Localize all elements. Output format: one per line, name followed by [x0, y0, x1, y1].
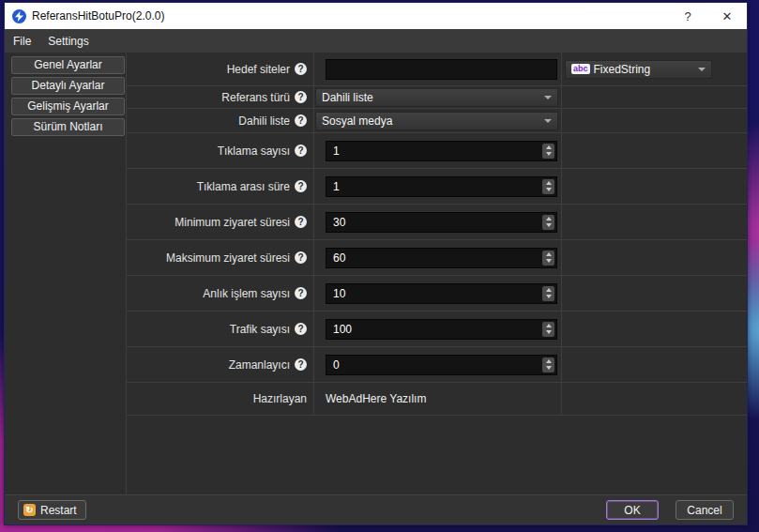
form-row-trafik-sayisi: Trafik sayısı ? 100 [127, 312, 747, 347]
app-window: ReferansHitBotuPro(2.0.0) ? ✕ File Setti… [4, 2, 748, 525]
help-icon[interactable]: ? [295, 180, 307, 192]
field-label: Trafik sayısı [230, 323, 290, 336]
form-filler [127, 416, 747, 494]
dropdown-selected: Sosyal medya [322, 114, 392, 128]
spinner-value: 100 [326, 323, 352, 336]
close-button[interactable]: ✕ [707, 3, 747, 29]
anlik-islem-sayisi-spinner[interactable]: 10 [326, 283, 557, 304]
row-label-cell: Anlık işlem sayısı ? [127, 276, 314, 311]
form-row-maksimum-ziyaret-suresi: Maksimum ziyaret süresi ? 60 [127, 240, 747, 276]
row-control-cell: 30 [314, 205, 562, 239]
restart-button[interactable]: ↻ Restart [18, 500, 86, 520]
cancel-button[interactable]: Cancel [676, 500, 734, 520]
row-control-cell: WebAdHere Yazılım [314, 383, 562, 415]
form-row-minimum-ziyaret-suresi: Minimum ziyaret süresi ? 30 [127, 205, 747, 240]
window-body: Genel Ayarlar Detaylı Ayarlar Gelişmiş A… [5, 53, 747, 494]
field-label: Hedef siteler [227, 63, 290, 76]
help-icon[interactable]: ? [295, 358, 307, 371]
row-label-cell: Dahili liste ? [127, 109, 314, 132]
spinner-buttons [542, 251, 554, 266]
help-icon[interactable]: ? [295, 287, 307, 299]
help-icon[interactable]: ? [295, 114, 307, 127]
row-label-cell: Tıklama sayısı ? [127, 133, 314, 168]
value-type-selected: FixedString [594, 63, 651, 76]
value-type-dropdown[interactable]: abc FixedString [565, 60, 712, 79]
row-label-cell: Zamanlayıcı ? [127, 347, 314, 382]
help-icon[interactable]: ? [295, 251, 307, 264]
menu-settings[interactable]: Settings [39, 29, 97, 53]
spin-up-button[interactable] [546, 181, 552, 185]
spin-down-button[interactable] [546, 295, 552, 298]
spinner-buttons [542, 357, 554, 372]
spin-up-button[interactable] [546, 324, 552, 327]
spin-down-button[interactable] [546, 366, 552, 370]
row-label-cell: Hedef siteler ? [127, 53, 314, 85]
hazirlayan-value: WebAdHere Yazılım [326, 392, 426, 405]
sidebar-item-genel-ayarlar[interactable]: Genel Ayarlar [11, 56, 125, 74]
settings-form: Hedef siteler ? abc FixedString Re [127, 53, 747, 494]
field-label: Minimum ziyaret süresi [175, 216, 290, 229]
row-label-cell: Referans türü ? [127, 86, 314, 108]
help-icon[interactable]: ? [295, 323, 307, 335]
field-label: Anlık işlem sayısı [203, 287, 290, 300]
maksimum-ziyaret-suresi-spinner[interactable]: 60 [326, 248, 557, 268]
row-control-cell: Dahili liste [314, 86, 562, 108]
field-label: Zamanlayıcı [229, 358, 290, 372]
spinner-value: 0 [326, 358, 340, 372]
referans-turu-dropdown[interactable]: Dahili liste [315, 88, 558, 107]
row-extra-cell: abc FixedString [562, 53, 747, 85]
menu-file[interactable]: File [5, 29, 39, 53]
spinner-value: 1 [326, 144, 340, 158]
row-label-cell: Minimum ziyaret süresi ? [127, 205, 314, 239]
spin-up-button[interactable] [546, 359, 552, 363]
help-icon[interactable]: ? [295, 144, 307, 157]
tiklama-sayisi-spinner[interactable]: 1 [326, 141, 557, 161]
row-control-cell: 1 [314, 133, 562, 168]
row-control-cell: 60 [314, 240, 562, 275]
dahili-liste-dropdown[interactable]: Sosyal medya [315, 112, 558, 130]
help-button[interactable]: ? [668, 3, 707, 29]
spin-up-button[interactable] [546, 288, 552, 292]
form-row-dahili-liste: Dahili liste ? Sosyal medya [127, 109, 747, 133]
spinner-value: 60 [326, 251, 345, 265]
spinner-buttons [542, 286, 554, 301]
spinner-buttons [542, 179, 554, 194]
spinner-buttons [542, 144, 554, 159]
row-control-cell [314, 53, 562, 85]
spin-down-button[interactable] [546, 259, 552, 263]
tiklama-arasi-sure-spinner[interactable]: 1 [326, 176, 557, 197]
field-label: Referans türü [221, 91, 290, 104]
sidebar-item-surum-notlari[interactable]: Sürüm Notları [11, 118, 125, 136]
spin-down-button[interactable] [546, 223, 552, 227]
spin-up-button[interactable] [546, 217, 552, 220]
trafik-sayisi-spinner[interactable]: 100 [326, 319, 557, 340]
row-label-cell: Tıklama arası süre ? [127, 169, 314, 204]
spin-up-button[interactable] [546, 252, 552, 256]
sidebar-item-gelismis-ayarlar[interactable]: Gelişmiş Ayarlar [11, 98, 125, 115]
field-label: Tıklama sayısı [218, 144, 290, 158]
spin-down-button[interactable] [546, 188, 552, 191]
sidebar-item-detayli-ayarlar[interactable]: Detaylı Ayarlar [11, 77, 125, 95]
form-row-anlik-islem-sayisi: Anlık işlem sayısı ? 10 [127, 276, 747, 312]
hedef-siteler-input[interactable] [326, 59, 557, 80]
help-icon[interactable]: ? [295, 216, 307, 228]
row-label-cell: Trafik sayısı ? [127, 312, 314, 346]
window-title: ReferansHitBotuPro(2.0.0) [32, 9, 164, 23]
abc-string-icon: abc [571, 64, 590, 74]
chevron-down-icon [544, 119, 552, 123]
spin-down-button[interactable] [546, 330, 552, 334]
row-control-cell: 100 [314, 312, 562, 346]
zamanlayici-spinner[interactable]: 0 [326, 355, 557, 375]
spin-up-button[interactable] [546, 145, 552, 149]
form-row-tiklama-sayisi: Tıklama sayısı ? 1 [127, 133, 747, 169]
spin-down-button[interactable] [546, 152, 552, 156]
row-control-cell: 1 [314, 169, 562, 204]
help-icon[interactable]: ? [295, 63, 307, 75]
help-icon[interactable]: ? [295, 91, 307, 103]
field-label: Tıklama arası süre [197, 180, 290, 193]
spinner-value: 10 [326, 287, 345, 300]
minimum-ziyaret-suresi-spinner[interactable]: 30 [326, 212, 557, 233]
restart-label: Restart [40, 504, 77, 517]
ok-button[interactable]: OK [606, 500, 659, 520]
row-label-cell: Hazırlayan [127, 383, 314, 415]
